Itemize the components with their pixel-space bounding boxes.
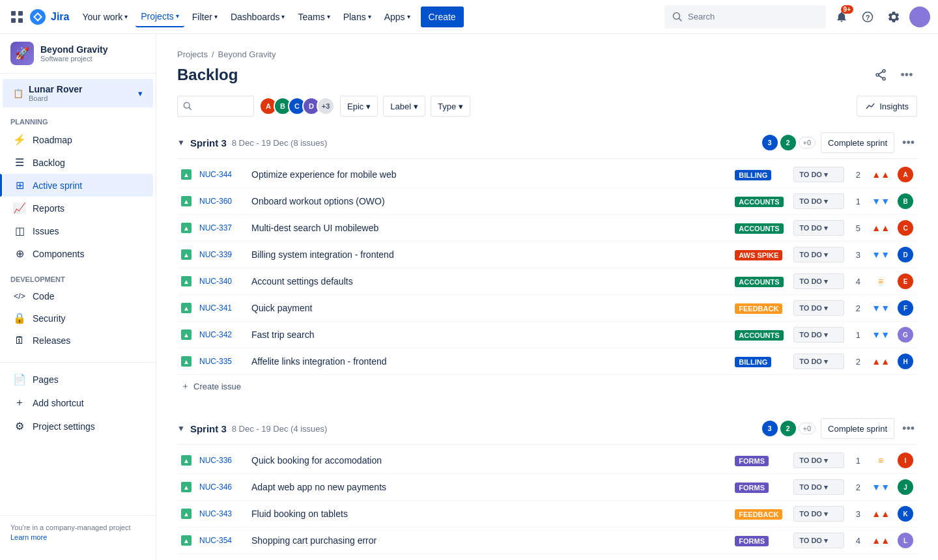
issue-key[interactable]: NUC-360 (199, 197, 232, 206)
dashboards-menu[interactable]: Dashboards ▾ (225, 7, 291, 27)
table-row[interactable]: ▲ NUC-337 Multi-dest search UI mobileweb… (177, 215, 917, 242)
create-button[interactable]: Create (421, 7, 464, 27)
breadcrumb-projects[interactable]: Projects (177, 49, 208, 59)
issue-key[interactable]: NUC-354 (199, 536, 232, 545)
sidebar-item-pages[interactable]: 📄 Pages (3, 368, 153, 391)
sidebar-item-add-shortcut[interactable]: ＋ Add shortcut (3, 391, 153, 415)
status-button[interactable]: TO DO ▾ (793, 273, 844, 289)
label-filter[interactable]: Label ▾ (383, 96, 425, 117)
topnav: Jira Your work ▾ Projects ▾ Filter ▾ Das… (0, 0, 938, 34)
status-button[interactable]: TO DO ▾ (793, 479, 844, 495)
sprint-2-more-button[interactable]: ••• (900, 422, 917, 436)
your-work-menu[interactable]: Your work ▾ (77, 7, 133, 27)
learn-more-link[interactable]: Learn more (10, 533, 47, 541)
table-row[interactable]: ▲ NUC-339 Billing system integration - f… (177, 242, 917, 268)
issue-label[interactable]: ACCOUNTS (735, 197, 783, 207)
sidebar-item-backlog[interactable]: ☰ Backlog (3, 151, 153, 174)
issue-label[interactable]: FORMS (735, 456, 769, 466)
issue-key[interactable]: NUC-346 (199, 483, 232, 492)
issue-key[interactable]: NUC-337 (199, 223, 232, 232)
settings-button[interactable] (883, 7, 904, 27)
issue-key[interactable]: NUC-336 (199, 456, 232, 465)
epic-filter[interactable]: Epic ▾ (340, 96, 378, 117)
search-input[interactable] (196, 102, 248, 111)
insights-button[interactable]: Insights (857, 96, 917, 117)
issue-label[interactable]: FORMS (735, 483, 769, 493)
table-row[interactable]: ▲ NUC-354 Shopping cart purchasing error… (177, 527, 917, 554)
status-button[interactable]: TO DO ▾ (793, 453, 844, 468)
sprint-2-create-issue[interactable]: ＋ Create issue (177, 554, 917, 560)
table-row[interactable]: ▲ NUC-344 Optimize experience for mobile… (177, 161, 917, 188)
status-button[interactable]: TO DO ▾ (793, 247, 844, 262)
sprint-1-toggle[interactable]: ▼ (177, 138, 185, 147)
user-avatar[interactable] (909, 7, 930, 27)
avatar-filter[interactable]: A B C D +3 (259, 97, 335, 115)
sprint-1-create-issue[interactable]: ＋ Create issue (177, 375, 917, 397)
issue-label[interactable]: FEEDBACK (735, 303, 782, 314)
sidebar-item-components[interactable]: ⊕ Components (3, 242, 153, 265)
sidebar-item-security[interactable]: 🔒 Security (3, 307, 153, 329)
table-row[interactable]: ▲ NUC-346 Adapt web app no new payments … (177, 474, 917, 501)
issue-key[interactable]: NUC-339 (199, 250, 232, 259)
table-row[interactable]: ▲ NUC-343 Fluid booking on tablets FEEDB… (177, 501, 917, 527)
more-options-button[interactable]: ••• (896, 64, 917, 85)
sidebar-item-project-settings[interactable]: ⚙ Project settings (3, 415, 153, 438)
table-row[interactable]: ▲ NUC-360 Onboard workout options (OWO) … (177, 188, 917, 215)
breadcrumb-project-name[interactable]: Beyond Gravity (218, 49, 276, 59)
avatar-filter-more[interactable]: +3 (317, 97, 335, 115)
status-button[interactable]: TO DO ▾ (793, 533, 844, 548)
status-button[interactable]: TO DO ▾ (793, 220, 844, 236)
sidebar-item-releases[interactable]: 🗓 Releases (3, 329, 153, 352)
sprint-2-toggle[interactable]: ▼ (177, 424, 185, 433)
sidebar-item-roadmap[interactable]: ⚡ Roadmap (3, 128, 153, 151)
jira-logo[interactable]: Jira (29, 8, 69, 26)
table-row[interactable]: ▲ NUC-336 Quick booking for accomodation… (177, 447, 917, 474)
notifications-button[interactable]: 9+ (831, 7, 852, 27)
board-selector[interactable]: 📋 Lunar Rover Board ▾ (3, 79, 153, 107)
status-button[interactable]: TO DO ▾ (793, 354, 844, 369)
share-button[interactable] (870, 64, 891, 85)
project-header[interactable]: 🚀 Beyond Gravity Software project (0, 34, 156, 74)
status-button[interactable]: TO DO ▾ (793, 193, 844, 209)
issue-key[interactable]: NUC-344 (199, 170, 232, 179)
issue-label[interactable]: ACCOUNTS (735, 223, 783, 234)
plans-menu[interactable]: Plans ▾ (338, 7, 377, 27)
teams-menu[interactable]: Teams ▾ (292, 7, 335, 27)
sidebar-item-code[interactable]: </> Code (3, 286, 153, 307)
status-button[interactable]: TO DO ▾ (793, 506, 844, 522)
issue-key[interactable]: NUC-342 (199, 330, 232, 339)
issue-label[interactable]: ACCOUNTS (735, 330, 783, 341)
sidebar-item-issues[interactable]: ◫ Issues (3, 219, 153, 242)
status-button[interactable]: TO DO ▾ (793, 327, 844, 343)
apps-menu[interactable]: Apps ▾ (379, 7, 416, 27)
table-row[interactable]: ▲ NUC-335 Affelite links integration - f… (177, 348, 917, 375)
type-filter[interactable]: Type ▾ (431, 96, 470, 117)
assignee-avatar: D (898, 247, 913, 262)
issue-label[interactable]: ACCOUNTS (735, 277, 783, 287)
projects-menu[interactable]: Projects ▾ (135, 7, 184, 27)
status-button[interactable]: TO DO ▾ (793, 167, 844, 182)
issue-label[interactable]: BILLING (735, 170, 771, 180)
issue-label[interactable]: BILLING (735, 357, 771, 367)
sidebar-item-active-sprint[interactable]: ⊞ Active sprint (3, 174, 153, 197)
complete-sprint-1-button[interactable]: Complete sprint (821, 132, 894, 153)
issue-label[interactable]: FEEDBACK (735, 509, 782, 520)
issue-label[interactable]: AWS SPIKE (735, 250, 782, 260)
issue-key[interactable]: NUC-343 (199, 509, 232, 518)
issue-key[interactable]: NUC-335 (199, 357, 232, 366)
issue-label[interactable]: FORMS (735, 536, 769, 546)
sidebar-item-reports[interactable]: 📈 Reports (3, 197, 153, 219)
help-button[interactable]: ? (857, 7, 878, 27)
sprint-1-more-button[interactable]: ••• (900, 136, 917, 150)
complete-sprint-2-button[interactable]: Complete sprint (821, 418, 894, 439)
table-row[interactable]: ▲ NUC-341 Quick payment FEEDBACK TO DO ▾ (177, 295, 917, 322)
issue-key[interactable]: NUC-340 (199, 277, 232, 286)
table-row[interactable]: ▲ NUC-340 Account settings defaults ACCO… (177, 268, 917, 295)
table-row[interactable]: ▲ NUC-342 Fast trip search ACCOUNTS TO D… (177, 322, 917, 348)
status-button[interactable]: TO DO ▾ (793, 300, 844, 316)
filter-menu[interactable]: Filter ▾ (187, 7, 223, 27)
issue-key[interactable]: NUC-341 (199, 303, 232, 313)
backlog-search[interactable] (177, 96, 254, 117)
apps-grid-icon[interactable] (8, 8, 26, 26)
search-box[interactable]: Search (664, 5, 826, 29)
